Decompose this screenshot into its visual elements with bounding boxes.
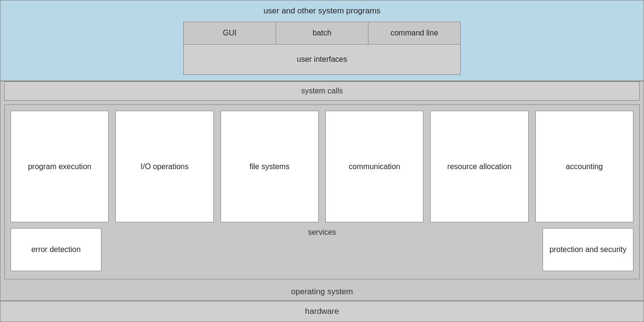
service-box-program-execution: program execution	[11, 111, 109, 222]
user-programs-label: user and other system programs	[6, 6, 638, 16]
system-calls-row: system calls	[4, 81, 640, 101]
protection-security-box: protection and security	[543, 228, 633, 271]
service-box-resource-allocation: resource allocation	[430, 111, 528, 222]
os-label-text: operating system	[291, 287, 353, 297]
service-box-communication: communication	[325, 111, 423, 222]
user-programs-area: user and other system programs GUIbatchc…	[0, 0, 644, 81]
user-interfaces-label: user interfaces	[184, 45, 460, 74]
ui-tab-command-line: command line	[368, 22, 460, 44]
user-interfaces-box: GUIbatchcommand line user interfaces	[183, 22, 461, 75]
hardware-label: hardware	[305, 307, 339, 316]
service-box-accounting: accounting	[535, 111, 633, 222]
error-detection-box: error detection	[11, 228, 101, 271]
protection-security-label: protection and security	[550, 244, 627, 255]
system-calls-label: system calls	[301, 87, 343, 95]
services-bottom-row: error detection services protection and …	[11, 228, 633, 273]
services-top-row: program executionI/O operationsfile syst…	[11, 111, 633, 222]
service-box-file-systems: file systems	[221, 111, 319, 222]
hardware-row: hardware	[0, 301, 644, 322]
ui-tab-batch: batch	[276, 22, 368, 44]
services-center-label: services	[101, 228, 543, 237]
error-detection-label: error detection	[31, 244, 80, 255]
diagram-container: user and other system programs GUIbatchc…	[0, 0, 644, 322]
services-area: program executionI/O operationsfile syst…	[4, 104, 640, 279]
os-label: operating system	[0, 283, 644, 300]
ui-tabs-row: GUIbatchcommand line	[184, 22, 460, 45]
os-inner: program executionI/O operationsfile syst…	[0, 101, 644, 283]
os-outer: system calls program executionI/O operat…	[0, 81, 644, 301]
service-box-io-operations: I/O operations	[115, 111, 213, 222]
ui-tab-gui: GUI	[184, 22, 276, 44]
